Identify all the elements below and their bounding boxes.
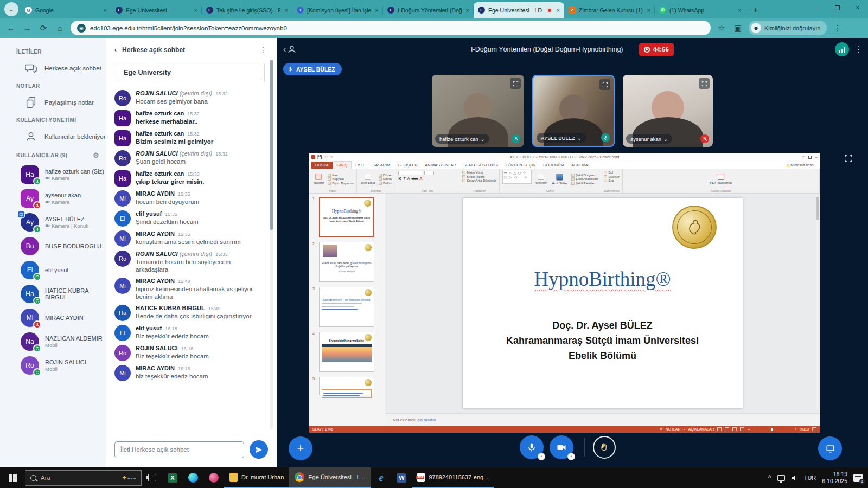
- chat-options-icon[interactable]: ⋮: [259, 46, 267, 54]
- tab-close-icon[interactable]: ×: [193, 7, 199, 14]
- network-icon[interactable]: [777, 475, 785, 481]
- actions-plus-button[interactable]: +: [289, 436, 312, 460]
- user-list-item[interactable]: Ha hafize ozturk can (Siz) Kamera: [0, 163, 106, 187]
- status-comments-button[interactable]: AÇIKLAMALAR: [688, 427, 714, 431]
- reload-button[interactable]: ⟳: [38, 23, 49, 33]
- volume-icon[interactable]: [791, 474, 798, 481]
- slide-thumbnail-5[interactable]: 5: [312, 377, 380, 395]
- status-notes-button[interactable]: NOTLAR: [666, 427, 681, 431]
- tab-dogum[interactable]: E I-Doğum Yöntemleri (Doğ ×: [383, 2, 474, 18]
- mic-device-chevron[interactable]: ^: [538, 453, 545, 460]
- chat-message-input[interactable]: [114, 441, 244, 458]
- cut-button[interactable]: Kes: [328, 174, 353, 177]
- tab-google[interactable]: G Google ×: [21, 2, 111, 18]
- shape-fill-button[interactable]: Şekil Dolgusu: [571, 174, 598, 177]
- webcam-tile[interactable]: aysenur akan⌄: [623, 75, 713, 147]
- task-view-button[interactable]: [142, 467, 162, 488]
- address-bar[interactable]: ◉ edc103.ege.edu.tr/html5client/join?ses…: [71, 21, 711, 35]
- shapes-gallery[interactable]: ▭ ○ △ ◇ ☆⬚ ▷ ◁ ⌒ ⟡: [502, 170, 532, 184]
- extensions-icon[interactable]: ▣: [732, 23, 743, 33]
- reset-button[interactable]: Sıfırla: [379, 177, 392, 181]
- recording-timer-badge[interactable]: 44:56: [639, 43, 674, 56]
- taskbar-window-pdf[interactable]: 9789240115637-eng...: [412, 467, 494, 488]
- arrange-button[interactable]: Yerleştir: [534, 170, 548, 188]
- tab-close-icon[interactable]: ×: [284, 7, 289, 14]
- slide-thumbnail-3[interactable]: 3 HypnoBirthing®-The Mongan Method: [312, 287, 380, 327]
- zoom-in-icon[interactable]: +: [794, 427, 796, 431]
- ie-taskbar-icon[interactable]: e: [371, 467, 391, 488]
- forward-button[interactable]: →: [22, 23, 33, 33]
- webcam-tile-speaking[interactable]: AYSEL BÜLEZ⌄: [532, 75, 615, 147]
- select-button[interactable]: Seç: [604, 179, 619, 182]
- maximize-button[interactable]: [827, 0, 847, 15]
- fullscreen-icon[interactable]: [599, 79, 610, 90]
- raise-hand-button[interactable]: [593, 436, 616, 459]
- minimize-button[interactable]: –: [806, 0, 827, 15]
- ribbon-tab-gecisler[interactable]: GEÇİŞLER: [394, 162, 421, 169]
- font-name-box[interactable]: [398, 171, 423, 175]
- tab-sso[interactable]: E Tek şifre ile giriş(SSO) - Eg ×: [202, 2, 292, 18]
- find-button[interactable]: Bul: [604, 171, 619, 174]
- slide-thumbnail-4[interactable]: 4 Hypnobirthing website: [312, 332, 380, 372]
- ribbon-tab-tasarim[interactable]: TASARIM: [369, 162, 394, 169]
- font-size-box[interactable]: [424, 171, 434, 175]
- ppt-minimize-icon[interactable]: –: [815, 155, 818, 159]
- edge-taskbar-icon[interactable]: [183, 467, 203, 488]
- shape-effects-button[interactable]: Şekil Efektleri: [571, 182, 598, 185]
- search-highlights-icon[interactable]: ✦✦✦✦: [122, 474, 136, 481]
- ribbon-tab-ekle[interactable]: EKLE: [352, 162, 369, 169]
- ribbon-tab-giris[interactable]: GİRİŞ: [333, 161, 352, 169]
- section-button[interactable]: Bölüm: [379, 182, 392, 185]
- view-reading-icon[interactable]: [732, 427, 737, 431]
- manage-users-button[interactable]: ‹: [283, 44, 297, 54]
- new-slide-button[interactable]: Yeni Slayt: [360, 170, 376, 188]
- taskbar-window-notes[interactable]: Dr. murat Urhan: [224, 467, 289, 488]
- fullscreen-icon[interactable]: [510, 78, 521, 89]
- canvas-scrollbar[interactable]: [816, 197, 819, 410]
- tab-komisyon[interactable]: i [Komisyon üyesi]-İlan işle ×: [292, 2, 383, 18]
- slide-thumbnail-1[interactable]: 1 HypnoBirthing® Doç. Dr. Aysel BÜLEZ Ka…: [312, 197, 380, 237]
- user-list-item[interactable]: Ha HATICE KUBRA BIRGUL: [0, 282, 106, 306]
- align-text-button[interactable]: Metin Hizala: [462, 175, 496, 178]
- send-message-button[interactable]: [250, 440, 268, 459]
- webcam-name-label[interactable]: AYSEL BÜLEZ⌄: [537, 133, 586, 143]
- tab-active-meeting[interactable]: E Ege Üniversitesi - I-D ×: [474, 2, 564, 18]
- tab-zimbra[interactable]: Z Zimbra: Gelen Kutusu (1) ×: [564, 2, 655, 18]
- tab-close-icon[interactable]: ×: [374, 7, 380, 14]
- italic-button[interactable]: T: [403, 176, 406, 181]
- notification-center-icon[interactable]: [853, 474, 863, 482]
- font-color-button[interactable]: A: [420, 176, 423, 181]
- shape-outline-button[interactable]: Şekil Anahatları: [571, 177, 598, 181]
- view-sorter-icon[interactable]: [725, 427, 729, 431]
- ppt-help-icon[interactable]: ?: [802, 155, 804, 159]
- fullscreen-icon[interactable]: [699, 78, 710, 89]
- word-taskbar-icon[interactable]: W: [391, 467, 412, 488]
- layout-button[interactable]: Düzen: [379, 174, 392, 177]
- user-list-item[interactable]: Na NAZLICAN ALDEMIR Mobil: [0, 330, 106, 354]
- user-list-item[interactable]: Mi MIRAC AYDIN: [0, 306, 106, 330]
- user-list-item[interactable]: Ay aysenur akan Kamera: [0, 187, 106, 210]
- connection-status-icon[interactable]: [835, 42, 849, 56]
- chat-back-chevron[interactable]: ‹: [114, 46, 117, 54]
- minimize-presentation-button[interactable]: [818, 436, 842, 460]
- language-indicator[interactable]: TUR: [804, 474, 816, 481]
- view-normal-icon[interactable]: [717, 427, 722, 431]
- smartart-button[interactable]: SmartArt'a Dönüştür: [462, 179, 496, 182]
- ribbon-tab-slayt-gosterisi[interactable]: SLAYT GÖSTERİSİ: [460, 162, 502, 169]
- replace-button[interactable]: Değiştir: [604, 175, 619, 178]
- view-slideshow-icon[interactable]: [740, 427, 744, 431]
- text-direction-button[interactable]: Metin Yönü: [462, 171, 496, 174]
- excel-taskbar-icon[interactable]: X: [162, 467, 183, 488]
- zoom-slider[interactable]: [753, 429, 791, 429]
- webcam-tile[interactable]: hafize ozturk can⌄: [432, 75, 524, 147]
- tab-close-icon[interactable]: ×: [646, 7, 652, 14]
- format-painter-button[interactable]: Biçim Boyacısı: [328, 182, 353, 185]
- underline-button[interactable]: A: [407, 176, 410, 181]
- webcam-name-label[interactable]: hafize ozturk can⌄: [435, 134, 489, 144]
- site-info-icon[interactable]: ◉: [77, 24, 86, 33]
- start-button[interactable]: [0, 467, 25, 488]
- sidebar-item-shared-notes[interactable]: Paylaşılmış notlar: [0, 92, 106, 113]
- taskbar-window-chrome-active[interactable]: Ege Üniversitesi - I-...: [289, 467, 371, 488]
- ribbon-tab-gozden-gecir[interactable]: GÖZDEN GEÇİR: [502, 162, 540, 169]
- user-list-item[interactable]: Ro ROJIN SALUCI Mobil: [0, 354, 106, 377]
